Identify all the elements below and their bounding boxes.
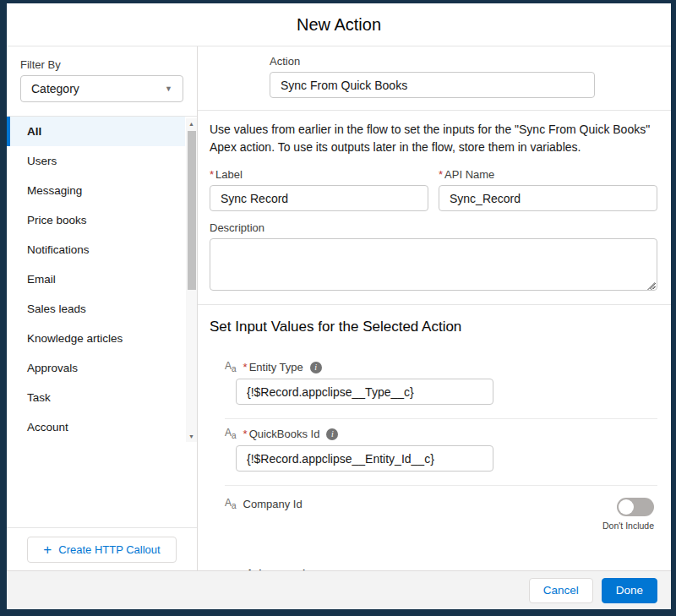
quickbooks-id-label: *QuickBooks Id — [243, 428, 320, 440]
info-icon[interactable]: i — [310, 362, 322, 373]
quickbooks-id-row: Aa *QuickBooks Id i — [225, 419, 657, 486]
create-http-callout-button[interactable]: + Create HTTP Callout — [27, 537, 176, 563]
api-name-input[interactable] — [439, 185, 657, 211]
sidebar-item-email[interactable]: Email — [7, 264, 185, 294]
chevron-right-icon: > — [226, 567, 233, 570]
category-dropdown[interactable]: Category ▼ — [20, 75, 183, 102]
category-list: All Users Messaging Price books Notifica… — [7, 117, 197, 442]
quickbooks-id-head: Aa *QuickBooks Id i — [225, 428, 657, 440]
company-id-toggle[interactable] — [617, 498, 654, 516]
modal-backdrop: New Action Filter By Category ▼ All User… — [0, 0, 676, 616]
sidebar-item-knowledge-articles[interactable]: Knowledge articles — [7, 324, 185, 353]
category-list-container: All Users Messaging Price books Notifica… — [7, 117, 197, 444]
filter-section: Filter By Category ▼ — [7, 46, 197, 117]
api-name-field-col: *API Name — [439, 168, 657, 211]
callout-section: + Create HTTP Callout — [7, 527, 197, 570]
category-dropdown-value: Category — [31, 82, 79, 95]
action-label: Action — [270, 55, 659, 68]
modal-header: New Action — [7, 3, 671, 46]
sidebar-item-sales-leads[interactable]: Sales leads — [7, 294, 185, 324]
sidebar-spacer — [7, 444, 197, 527]
description-block: Description — [210, 221, 657, 294]
description-textarea[interactable] — [210, 238, 657, 291]
scroll-down-icon[interactable]: ▼ — [186, 431, 197, 442]
category-sidebar: Filter By Category ▼ All Users Messaging… — [7, 46, 198, 570]
entity-type-row: Aa *Entity Type i — [225, 352, 657, 419]
sidebar-item-all[interactable]: All — [7, 117, 185, 146]
info-icon[interactable]: i — [326, 428, 338, 440]
intro-text: Use values from earlier in the flow to s… — [210, 121, 657, 156]
sidebar-item-notifications[interactable]: Notifications — [7, 235, 185, 264]
sidebar-item-approvals[interactable]: Approvals — [7, 353, 185, 383]
done-button[interactable]: Done — [602, 578, 657, 603]
required-asterisk: * — [210, 168, 214, 181]
scroll-up-icon[interactable]: ▲ — [186, 118, 197, 129]
toggle-knob — [619, 499, 634, 515]
scrollbar-thumb[interactable] — [188, 131, 196, 290]
text-type-icon: Aa — [225, 428, 237, 440]
label-input[interactable] — [210, 185, 428, 211]
entity-type-label: *Entity Type — [243, 361, 303, 373]
sidebar-item-messaging[interactable]: Messaging — [7, 176, 185, 205]
description-label: Description — [210, 221, 657, 234]
main-inner: Use values from earlier in the flow to s… — [198, 111, 671, 570]
sidebar-item-price-books[interactable]: Price books — [7, 205, 185, 235]
required-asterisk: * — [243, 428, 248, 440]
page-title: New Action — [297, 15, 381, 35]
action-field-block: Action — [198, 46, 671, 111]
main-panel: Action Use values from earlier in the fl… — [198, 46, 671, 570]
company-id-toggle-col: Don't Include — [602, 498, 654, 531]
label-api-row: *Label *API Name — [210, 168, 657, 211]
required-asterisk: * — [243, 361, 248, 373]
section-divider — [198, 304, 671, 305]
company-id-label: Company Id — [243, 498, 303, 510]
description-textarea-wrap — [210, 238, 657, 294]
company-id-head: Aa Company Id — [225, 498, 303, 510]
label-field-col: *Label — [210, 168, 428, 211]
label-field-label: *Label — [210, 168, 428, 181]
action-input[interactable] — [270, 72, 595, 98]
input-rows: Aa *Entity Type i Aa *QuickBooks Id i — [210, 352, 657, 570]
text-type-icon: Aa — [225, 498, 237, 510]
chevron-down-icon: ▼ — [165, 84, 172, 93]
sidebar-item-account[interactable]: Account — [7, 412, 185, 442]
modal-body: Filter By Category ▼ All Users Messaging… — [7, 46, 671, 570]
cancel-button[interactable]: Cancel — [529, 578, 593, 603]
api-name-field-label: *API Name — [439, 168, 657, 181]
entity-type-input[interactable] — [236, 379, 493, 405]
text-type-icon: Aa — [225, 361, 237, 373]
new-action-modal: New Action Filter By Category ▼ All User… — [7, 3, 671, 609]
sidebar-scrollbar[interactable]: ▲ ▼ — [186, 118, 197, 442]
sidebar-item-users[interactable]: Users — [7, 146, 185, 176]
toggle-caption: Don't Include — [602, 521, 654, 531]
company-id-row: Aa Company Id Don't Include — [225, 486, 657, 546]
entity-type-head: Aa *Entity Type i — [225, 361, 657, 373]
plus-icon: + — [43, 542, 52, 557]
quickbooks-id-input[interactable] — [236, 445, 493, 472]
section-heading: Set Input Values for the Selected Action — [210, 319, 657, 335]
sidebar-item-task[interactable]: Task — [7, 383, 185, 412]
create-http-callout-label: Create HTTP Callout — [58, 543, 160, 556]
filter-by-label: Filter By — [20, 58, 183, 71]
modal-footer: Cancel Done — [7, 570, 671, 609]
required-asterisk: * — [439, 168, 443, 181]
